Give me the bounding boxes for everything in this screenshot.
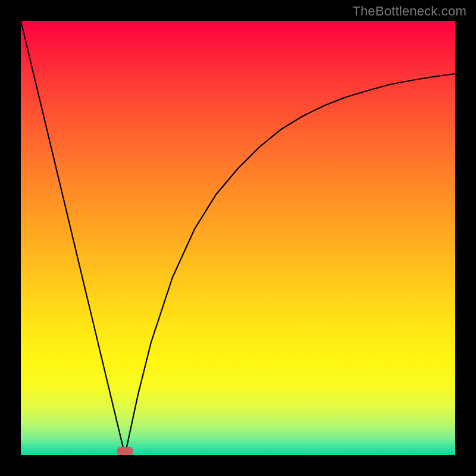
chart-frame: TheBottleneck.com — [0, 0, 476, 476]
curve-right-segment — [125, 74, 455, 455]
plot-area — [21, 21, 455, 455]
minimum-marker — [117, 447, 133, 455]
curve-left-segment — [21, 21, 125, 455]
bottleneck-curve — [21, 21, 455, 455]
watermark-text: TheBottleneck.com — [352, 4, 466, 19]
